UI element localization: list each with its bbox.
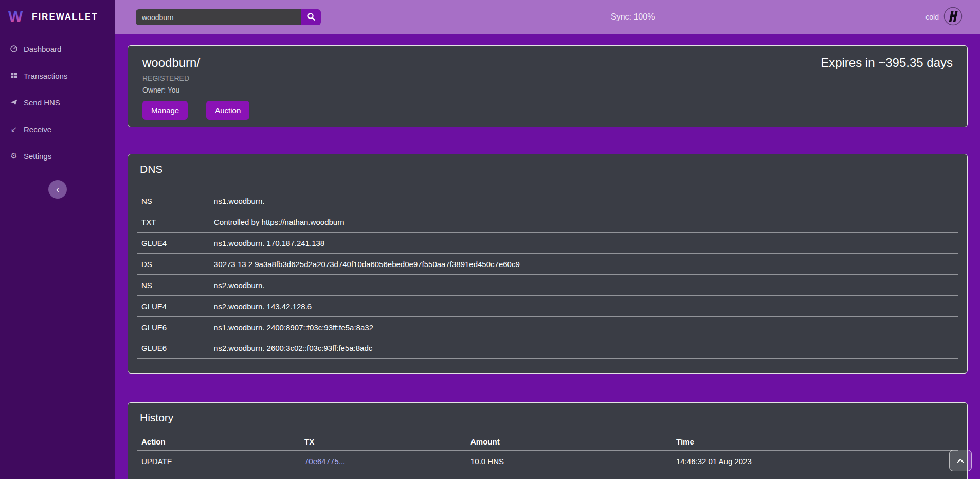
dns-title: DNS: [140, 163, 958, 176]
dns-table: NS ns1.woodburn. TXT Controlled by https…: [137, 190, 958, 359]
domain-expiry: Expires in ~395.35 days: [821, 55, 953, 117]
nav-label: Transactions: [24, 72, 67, 80]
history-card: History Action TX Amount Time UPDATE 70e…: [128, 402, 968, 479]
history-time: 14:46:32 01 Aug 2023: [672, 457, 958, 466]
brand-name: FIREWALLET: [32, 12, 98, 22]
history-header-row: Action TX Amount Time: [137, 433, 958, 450]
app-root: W FIREWALLET Dashboard Transactions: [0, 0, 980, 479]
dns-record-row: GLUE6 ns1.woodburn. 2400:8907::f03c:93ff…: [137, 316, 958, 338]
sidebar: W FIREWALLET Dashboard Transactions: [0, 0, 115, 479]
dns-record-value: Controlled by https://nathan.woodburn: [214, 218, 958, 226]
receive-icon: ↙: [9, 125, 19, 134]
domain-actions: Manage Auction: [142, 101, 249, 120]
history-table: Action TX Amount Time UPDATE 70e64775...…: [137, 433, 958, 479]
nav-label: Send HNS: [24, 98, 60, 107]
sidebar-item-transactions[interactable]: Transactions: [0, 62, 115, 89]
nav-label: Settings: [24, 152, 51, 161]
dns-record-row: DS 30273 13 2 9a3a8fb3d625d2a2073d740f10…: [137, 253, 958, 274]
scroll-top-button[interactable]: [949, 450, 972, 471]
dns-record-value: ns1.woodburn. 170.187.241.138: [214, 239, 958, 247]
main-content: woodburn/ REGISTERED Owner: You Manage A…: [115, 34, 980, 479]
settings-icon: ⚙: [9, 151, 19, 161]
firewallet-logo-icon: W: [8, 8, 27, 26]
history-action: UPDATE: [137, 457, 300, 466]
column-header-amount: Amount: [466, 437, 672, 446]
history-amount: 10.0 HNS: [466, 457, 672, 466]
dns-record-row: GLUE6 ns2.woodburn. 2600:3c02::f03c:93ff…: [137, 338, 958, 359]
column-header-action: Action: [137, 437, 300, 446]
history-row: RENEW d7b4e1... 10.0 HNS 15:47:06 27 Jul…: [137, 472, 958, 479]
dns-record-value: ns2.woodburn. 143.42.128.6: [214, 302, 958, 311]
dns-record-type: NS: [137, 197, 214, 205]
dns-card: DNS NS ns1.woodburn. TXT Controlled by h…: [128, 154, 968, 374]
sidebar-collapse-button[interactable]: ‹: [48, 180, 67, 199]
svg-text:W: W: [8, 8, 23, 24]
domain-status-badge: REGISTERED: [142, 74, 249, 82]
dns-record-value: 30273 13 2 9a3a8fb3d625d2a2073d740f10da6…: [214, 260, 958, 269]
sync-status: Sync: 100%: [611, 0, 655, 34]
search-input[interactable]: [136, 9, 301, 25]
dns-record-row: NS ns2.woodburn.: [137, 274, 958, 295]
search-bar: [136, 9, 321, 25]
domain-owner: Owner: You: [142, 86, 249, 94]
handshake-logo-icon: [943, 7, 963, 27]
wallet-indicator[interactable]: cold: [925, 0, 963, 34]
dns-record-value: ns2.woodburn.: [214, 281, 958, 290]
dns-record-type: GLUE6: [137, 323, 214, 332]
brand[interactable]: W FIREWALLET: [0, 0, 115, 34]
dns-record-row: TXT Controlled by https://nathan.woodbur…: [137, 211, 958, 232]
sidebar-item-settings[interactable]: ⚙ Settings: [0, 143, 115, 169]
content-column: Sync: 100% cold: [115, 0, 980, 479]
column-header-time: Time: [672, 437, 958, 446]
sidebar-item-send-hns[interactable]: Send HNS: [0, 89, 115, 116]
dns-record-type: TXT: [137, 218, 214, 226]
dns-record-row: GLUE4 ns2.woodburn. 143.42.128.6: [137, 295, 958, 316]
sidebar-nav: Dashboard Transactions Send HNS ↙ Receiv…: [0, 36, 115, 169]
dns-record-value: ns2.woodburn. 2600:3c02::f03c:93ff:fe5a:…: [214, 344, 958, 352]
dns-record-row: NS ns1.woodburn.: [137, 190, 958, 211]
dashboard-icon: [9, 45, 19, 53]
domain-card: woodburn/ REGISTERED Owner: You Manage A…: [128, 45, 968, 127]
search-button[interactable]: [301, 9, 321, 25]
manage-button[interactable]: Manage: [142, 101, 188, 120]
chevron-up-icon: [957, 457, 964, 465]
dns-record-type: NS: [137, 281, 214, 290]
dns-record-type: DS: [137, 260, 214, 269]
dns-record-type: GLUE6: [137, 344, 214, 352]
search-icon: [307, 12, 316, 23]
chevron-left-icon: ‹: [56, 184, 59, 195]
nav-label: Dashboard: [24, 45, 61, 54]
dns-record-value: ns1.woodburn.: [214, 197, 958, 205]
send-icon: [9, 98, 19, 107]
sidebar-item-dashboard[interactable]: Dashboard: [0, 36, 115, 62]
dns-record-type: GLUE4: [137, 302, 214, 311]
domain-info: woodburn/ REGISTERED Owner: You Manage A…: [142, 55, 249, 117]
header: Sync: 100% cold: [115, 0, 980, 34]
transactions-icon: [9, 72, 19, 80]
nav-label: Receive: [24, 125, 51, 134]
history-row: UPDATE 70e64775... 10.0 HNS 14:46:32 01 …: [137, 450, 958, 472]
dns-record-type: GLUE4: [137, 239, 214, 247]
wallet-name: cold: [925, 13, 939, 21]
history-title: History: [140, 411, 958, 424]
auction-button[interactable]: Auction: [206, 101, 249, 120]
tx-link[interactable]: 70e64775...: [304, 457, 345, 466]
sidebar-item-receive[interactable]: ↙ Receive: [0, 116, 115, 143]
dns-record-row: GLUE4 ns1.woodburn. 170.187.241.138: [137, 232, 958, 253]
column-header-tx: TX: [300, 437, 466, 446]
dns-record-value: ns1.woodburn. 2400:8907::f03c:93ff:fe5a:…: [214, 323, 958, 332]
domain-title: woodburn/: [142, 55, 249, 70]
